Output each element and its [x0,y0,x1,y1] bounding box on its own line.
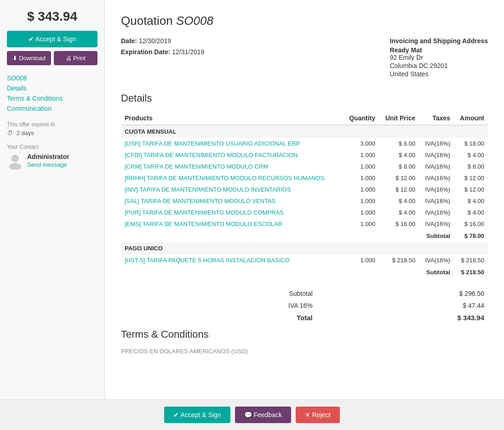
offer-days-value: 2 days [17,130,34,136]
product-link[interactable]: [EMS] TARIFA DE MANTENIMIENTO MODULO ESC… [125,221,282,227]
table-row: [PUR] TARIFA DE MANTENIMIENTO MODULO COM… [121,207,488,218]
group-header-1: PAGO UNICO [121,242,488,255]
address-country: United States [390,70,488,78]
your-contact-section: Your Contact Administrator Send message [7,144,97,170]
terms-section: Terms & Conditions PRECIOS EN DOLARES AM… [121,328,488,355]
product-link[interactable]: [CFDI] TARIFA DE MANTENIMIENTO MODULO FA… [125,152,298,158]
product-link[interactable]: [RRHH] TARIFA DE MANTENIMIENTO MODULO RE… [125,175,324,181]
meta-right: Invoicing and Shipping Address Ready Mat… [390,37,488,79]
product-link[interactable]: [CRM] TARIFA DE MANTENIMIENTO MODULO CRM [125,163,268,170]
footer-accept-sign-button[interactable]: ✔ Accept & Sign [164,407,230,423]
tax-value: $ 47.44 [316,300,488,311]
action-buttons-group: ⬇ Download 🖨 Print [7,51,97,65]
group-subtotal-row-0: Subtotal$ 78.00 [121,230,488,242]
contact-name: Administrator [27,153,69,160]
footer-reject-button[interactable]: ✕ Reject [296,407,340,423]
svg-point-1 [9,163,21,170]
details-table: Products Quantity Unit Price Taxes Amoun… [121,112,488,278]
sidebar-item-so008[interactable]: SO008 [7,74,97,82]
offer-expires-label: This offer expires in [7,121,97,128]
total-row: Total $ 343.94 [121,311,488,324]
offer-days: ⏱ 2 days [7,130,97,136]
details-section-title: Details [121,92,488,104]
table-row: [CFDI] TARIFA DE MANTENIMIENTO MODULO FA… [121,149,488,161]
sidebar: $ 343.94 ✔ Accept & Sign ⬇ Download 🖨 Pr… [0,0,105,399]
tax-row: IVA 16% $ 47.44 [121,300,488,311]
product-link[interactable]: [INV] TARIFA DE MANTENIMIENTO MODULO INV… [125,186,291,193]
table-row: [CRM] TARIFA DE MANTENIMIENTO MODULO CRM… [121,161,488,172]
total-label: Total [158,311,316,324]
table-row: [SAL] TARIFA DE MANTENIMIENTO MODULO VEN… [121,195,488,207]
subtotal-value: $ 296.50 [316,288,488,300]
product-link[interactable]: [SAL] TARIFA DE MANTENIMIENTO MODULO VEN… [125,198,275,204]
date-label: Date: [121,37,137,45]
product-link[interactable]: [HST-5] TARIFA PAQUETE 5 HORAS INSTALACI… [125,257,290,264]
print-button[interactable]: 🖨 Print [54,51,98,65]
product-link[interactable]: [PUR] TARIFA DE MANTENIMIENTO MODULO COM… [125,209,284,216]
quotation-title-prefix: Quotation [121,14,176,28]
group-header-0: CUOTA MENSUAL [121,125,488,138]
table-row: [RRHH] TARIFA DE MANTENIMIENTO MODULO RE… [121,172,488,184]
main-content: $ 343.94 ✔ Accept & Sign ⬇ Download 🖨 Pr… [0,0,504,399]
accept-sign-button-sidebar[interactable]: ✔ Accept & Sign [7,31,97,47]
page-wrapper: $ 343.94 ✔ Accept & Sign ⬇ Download 🖨 Pr… [0,0,504,430]
sidebar-link-communication[interactable]: Communication [7,105,52,112]
meta-left: Date: 12/30/2019 Expiration Date: 12/31/… [121,37,204,79]
tax-label: IVA 16% [158,300,316,311]
your-contact-label: Your Contact [7,144,97,150]
sidebar-item-details[interactable]: Details [7,85,97,92]
offer-expires: This offer expires in ⏱ 2 days [7,121,97,136]
col-products: Products [121,112,343,125]
contact-details: Administrator Send message [27,153,69,168]
table-row: [INV] TARIFA DE MANTENIMIENTO MODULO INV… [121,184,488,195]
download-button[interactable]: ⬇ Download [7,51,51,65]
meta-section: Date: 12/30/2019 Expiration Date: 12/31/… [121,37,488,79]
terms-content: PRECIOS EN DOLARES AMERICANOS (USD) [121,348,488,355]
expiration-label: Expiration Date: [121,48,170,56]
company-name: Ready Mat [390,46,488,54]
sidebar-item-communication[interactable]: Communication [7,105,97,112]
product-link[interactable]: [USR] TARIFA DE MANTENIMIENTO USUARIO AD… [125,140,300,147]
table-row: [HST-5] TARIFA PAQUETE 5 HORAS INSTALACI… [121,255,488,266]
footer-feedback-button[interactable]: 💬 Feedback [235,407,291,423]
main-body: Quotation SO008 Date: 12/30/2019 Expirat… [105,0,504,399]
sidebar-item-terms[interactable]: Terms & Conditions [7,95,97,102]
sidebar-link-terms[interactable]: Terms & Conditions [7,95,63,102]
total-value: $ 343.94 [316,311,488,324]
expiration-value: 12/31/2019 [172,48,204,56]
group-subtotal-row-1: Subtotal$ 218.50 [121,266,488,278]
totals-table: Subtotal $ 296.50 IVA 16% $ 47.44 Total … [121,288,488,324]
sidebar-link-details[interactable]: Details [7,85,27,92]
quotation-title-code: SO008 [176,14,213,28]
clock-icon: ⏱ [7,130,13,136]
col-taxes: Taxes [419,112,454,125]
col-quantity: Quantity [343,112,379,125]
date-line: Date: 12/30/2019 [121,37,204,45]
table-row: [USR] TARIFA DE MANTENIMIENTO USUARIO AD… [121,138,488,149]
sidebar-link-so008[interactable]: SO008 [7,74,27,82]
footer: ✔ Accept & Sign 💬 Feedback ✕ Reject [0,399,504,430]
address-title: Invoicing and Shipping Address [390,37,488,45]
col-amount: Amount [454,112,488,125]
col-unit-price: Unit Price [379,112,419,125]
svg-point-0 [11,155,19,162]
expiration-line: Expiration Date: 12/31/2019 [121,48,204,56]
avatar-icon [7,153,23,170]
address-line1: 92 Emily Dr [390,54,488,61]
sidebar-nav: SO008 Details Terms & Conditions Communi… [7,74,97,112]
subtotal-row: Subtotal $ 296.50 [121,288,488,300]
subtotal-label: Subtotal [158,288,316,300]
date-value: 12/30/2019 [139,37,171,45]
table-row: [EMS] TARIFA DE MANTENIMIENTO MODULO ESC… [121,218,488,230]
send-message-link[interactable]: Send message [27,161,69,168]
terms-section-title: Terms & Conditions [121,328,488,340]
sidebar-price: $ 343.94 [7,9,97,24]
quotation-title: Quotation SO008 [121,14,488,28]
address-line2: Columbia DC 29201 [390,62,488,69]
contact-info: Administrator Send message [7,153,97,170]
